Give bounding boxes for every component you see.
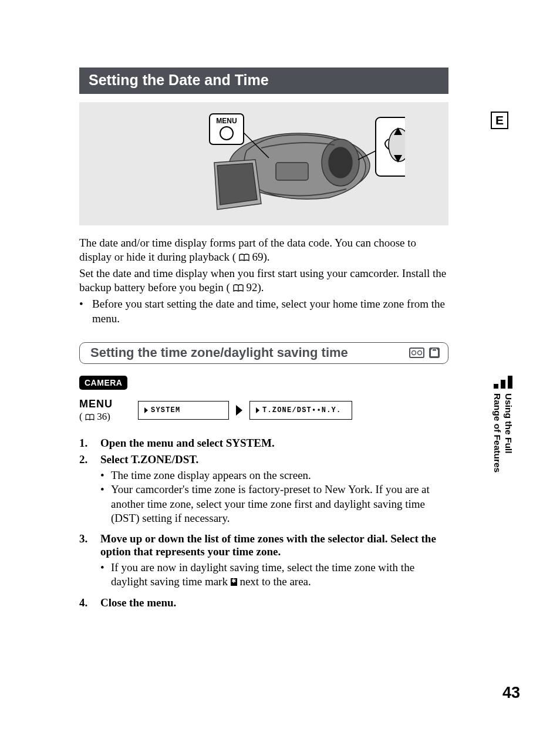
side-tab-line2: Range of Features bbox=[492, 393, 502, 473]
hero-illustration: MENU bbox=[79, 102, 448, 225]
camcorder-illustration: MENU bbox=[123, 107, 405, 221]
side-tab-line1: Using the Full bbox=[504, 393, 514, 453]
menu-ref-num: 36 bbox=[97, 411, 107, 422]
menu-callout-label: MENU bbox=[216, 117, 237, 125]
svg-point-14 bbox=[418, 350, 422, 355]
steps-list: 1. Open the menu and select SYSTEM. 2. S… bbox=[79, 437, 448, 609]
step-2-title: Select T.ZONE/DST. bbox=[100, 453, 448, 466]
step-number: 3. bbox=[79, 532, 100, 593]
step-2-item-2: Your camcorder's time zone is factory-pr… bbox=[111, 483, 448, 525]
svg-rect-16 bbox=[433, 349, 436, 351]
tab-bars-icon bbox=[486, 376, 520, 389]
step-4-title: Close the menu. bbox=[100, 596, 448, 609]
svg-rect-3 bbox=[276, 163, 308, 180]
step-number: 4. bbox=[79, 596, 100, 609]
intro-p1-ref: 69 bbox=[252, 251, 264, 263]
tape-icon bbox=[409, 346, 424, 359]
subsection-header: Setting the time zone/daylight saving ti… bbox=[79, 342, 448, 364]
menu-nav-row: MENU ( 36) SYSTEM T.ZONE/DST••N.Y. bbox=[79, 398, 448, 423]
card-icon bbox=[428, 346, 441, 359]
intro-p1b: ). bbox=[264, 251, 270, 263]
section-title: Setting the Date and Time bbox=[79, 68, 448, 94]
svg-point-13 bbox=[412, 350, 416, 355]
menu-page-ref: ( 36) bbox=[79, 411, 133, 423]
step-2-item-1: The time zone display appears on the scr… bbox=[111, 468, 311, 483]
bullet-marker: • bbox=[79, 297, 92, 326]
page-number: 43 bbox=[502, 684, 520, 702]
nav-box-tzone: T.ZONE/DST••N.Y. bbox=[249, 401, 352, 420]
side-tab: Using the Full Range of Features bbox=[486, 376, 520, 473]
intro-p2b: ). bbox=[257, 281, 264, 293]
camera-mode-badge: CAMERA bbox=[79, 376, 127, 390]
intro-text: The date and/or time display forms part … bbox=[79, 236, 448, 326]
intro-bullet: Before you start setting the date and ti… bbox=[92, 297, 448, 326]
step-3-post: next to the area. bbox=[239, 575, 311, 588]
triangle-right-icon bbox=[256, 407, 259, 413]
dst-mark-icon bbox=[231, 578, 237, 586]
triangle-right-icon bbox=[144, 407, 148, 413]
page-ref-icon bbox=[233, 284, 244, 292]
step-3-item: If you are now in daylight saving time, … bbox=[111, 561, 448, 589]
step-number: 2. bbox=[79, 453, 100, 529]
step-number: 1. bbox=[79, 437, 100, 450]
page-ref-icon bbox=[239, 254, 249, 262]
language-badge: E bbox=[491, 112, 508, 129]
nav-system-label: SYSTEM bbox=[151, 406, 180, 414]
svg-point-2 bbox=[329, 147, 352, 178]
double-arrow-icon bbox=[236, 405, 242, 416]
intro-p2-ref: 92 bbox=[246, 281, 257, 293]
nav-tzone-label: T.ZONE/DST••N.Y. bbox=[262, 406, 341, 414]
nav-box-system: SYSTEM bbox=[138, 401, 229, 420]
step-1-title: Open the menu and select SYSTEM. bbox=[100, 437, 448, 450]
menu-label: MENU bbox=[79, 398, 133, 410]
subsection-title: Setting the time zone/daylight saving ti… bbox=[90, 345, 348, 360]
step-3-title: Move up or down the list of time zones w… bbox=[100, 532, 448, 558]
